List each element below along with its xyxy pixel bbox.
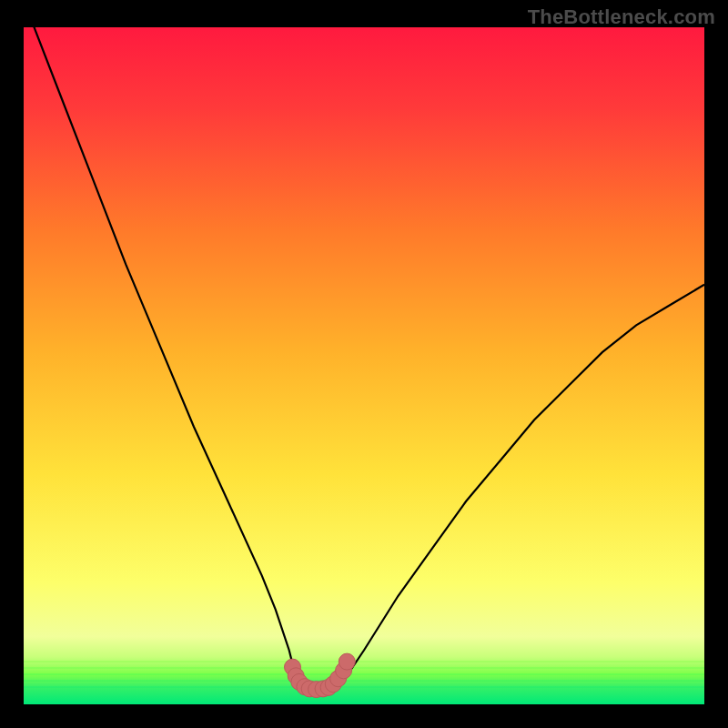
chart-frame: TheBottleneck.com xyxy=(0,0,728,728)
gradient-background xyxy=(24,27,704,704)
watermark-text: TheBottleneck.com xyxy=(528,5,715,29)
bottleneck-chart xyxy=(24,27,704,704)
marker-dot xyxy=(339,653,355,670)
